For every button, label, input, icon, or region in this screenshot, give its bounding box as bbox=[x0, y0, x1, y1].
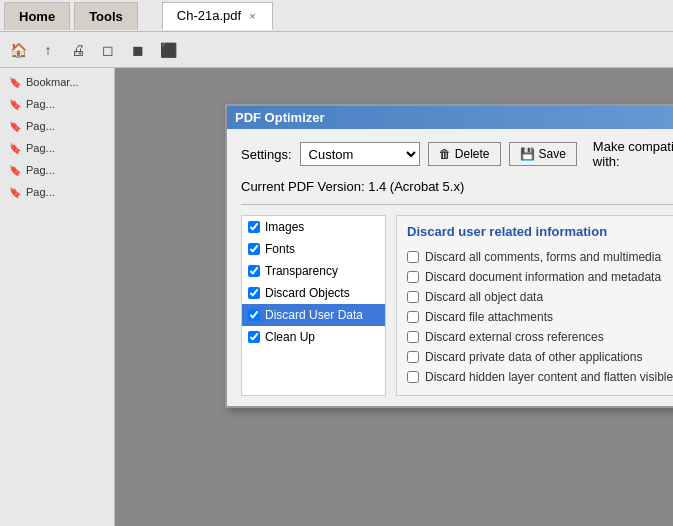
dialog-title: PDF Optimizer bbox=[235, 110, 325, 125]
panel-title: Discard user related information bbox=[407, 224, 673, 239]
toolbar-btn5[interactable]: ◼ bbox=[124, 36, 152, 64]
nav-item-transparency[interactable]: Transparency bbox=[242, 260, 385, 282]
option-label-2: Discard all object data bbox=[425, 290, 543, 304]
tab-file-label: Ch-21a.pdf bbox=[177, 8, 241, 23]
dialog-title-bar: PDF Optimizer bbox=[227, 106, 673, 129]
tab-tools[interactable]: Tools bbox=[74, 2, 138, 30]
option-check-3[interactable] bbox=[407, 311, 419, 323]
sidebar-page1-label: Pag... bbox=[26, 98, 55, 110]
nav-checkbox-discard-objects[interactable] bbox=[248, 287, 260, 299]
settings-label: Settings: bbox=[241, 147, 292, 162]
sidebar-item-bookmarks[interactable]: 🔖 Bookmar... bbox=[2, 72, 112, 92]
nav-item-fonts[interactable]: Fonts bbox=[242, 238, 385, 260]
sidebar-item-page2[interactable]: 🔖 Pag... bbox=[2, 116, 112, 136]
nav-item-cleanup[interactable]: Clean Up bbox=[242, 326, 385, 348]
tab-home[interactable]: Home bbox=[4, 2, 70, 30]
option-row-5: Discard private data of other applicatio… bbox=[407, 347, 673, 367]
option-row-2: Discard all object data bbox=[407, 287, 673, 307]
save-icon: 💾 bbox=[520, 147, 535, 161]
sidebar-item-page1[interactable]: 🔖 Pag... bbox=[2, 94, 112, 114]
option-check-0[interactable] bbox=[407, 251, 419, 263]
tab-close-icon[interactable]: × bbox=[247, 10, 257, 22]
compat-label: Make compatible with: bbox=[593, 139, 673, 169]
nav-checkbox-cleanup[interactable] bbox=[248, 331, 260, 343]
sidebar-page3-label: Pag... bbox=[26, 142, 55, 154]
option-label-0: Discard all comments, forms and multimed… bbox=[425, 250, 661, 264]
option-check-2[interactable] bbox=[407, 291, 419, 303]
sidebar-page4-label: Pag... bbox=[26, 164, 55, 176]
toolbar-print-btn[interactable]: 🖨 bbox=[64, 36, 92, 64]
option-label-1: Discard document information and metadat… bbox=[425, 270, 661, 284]
nav-item-images[interactable]: Images bbox=[242, 216, 385, 238]
settings-select[interactable]: Custom bbox=[300, 142, 420, 166]
nav-list: Images Fonts Transparency Discard O bbox=[241, 215, 386, 396]
option-row-0: Discard all comments, forms and multimed… bbox=[407, 247, 673, 267]
nav-checkbox-images[interactable] bbox=[248, 221, 260, 233]
nav-item-discard-user-data[interactable]: Discard User Data bbox=[242, 304, 385, 326]
sidebar-page2-label: Pag... bbox=[26, 120, 55, 132]
option-row-6: Discard hidden layer content and flatten… bbox=[407, 367, 673, 387]
delete-button[interactable]: 🗑 Delete bbox=[428, 142, 501, 166]
nav-label-transparency: Transparency bbox=[265, 264, 338, 278]
page-icon-4: 🔖 bbox=[8, 163, 22, 177]
version-label: Current PDF Version: 1.4 (Acrobat 5.x) bbox=[241, 179, 464, 194]
option-label-4: Discard external cross references bbox=[425, 330, 604, 344]
nav-label-fonts: Fonts bbox=[265, 242, 295, 256]
right-panel: Discard user related information Discard… bbox=[396, 215, 673, 396]
sidebar-page5-label: Pag... bbox=[26, 186, 55, 198]
delete-label: Delete bbox=[455, 147, 490, 161]
page-icon-5: 🔖 bbox=[8, 185, 22, 199]
option-check-5[interactable] bbox=[407, 351, 419, 363]
version-row: Current PDF Version: 1.4 (Acrobat 5.x) bbox=[241, 179, 673, 194]
option-label-3: Discard file attachments bbox=[425, 310, 553, 324]
toolbar-home-btn[interactable]: 🏠 bbox=[4, 36, 32, 64]
main-layout: 🔖 Bookmar... 🔖 Pag... 🔖 Pag... 🔖 Pag... … bbox=[0, 68, 673, 526]
sidebar-item-page5[interactable]: 🔖 Pag... bbox=[2, 182, 112, 202]
bookmark-icon: 🔖 bbox=[8, 75, 22, 89]
tab-bar: Home Tools Ch-21a.pdf × bbox=[0, 0, 673, 32]
toolbar: 🏠 ↑ 🖨 ◻ ◼ ⬛ bbox=[0, 32, 673, 68]
option-label-5: Discard private data of other applicatio… bbox=[425, 350, 642, 364]
nav-label-cleanup: Clean Up bbox=[265, 330, 315, 344]
nav-item-discard-objects[interactable]: Discard Objects bbox=[242, 282, 385, 304]
option-check-1[interactable] bbox=[407, 271, 419, 283]
option-check-6[interactable] bbox=[407, 371, 419, 383]
settings-row: Settings: Custom 🗑 Delete 💾 Save Make co… bbox=[241, 139, 673, 169]
toolbar-btn4[interactable]: ◻ bbox=[94, 36, 122, 64]
nav-checkbox-fonts[interactable] bbox=[248, 243, 260, 255]
nav-checkbox-discard-user-data[interactable] bbox=[248, 309, 260, 321]
dialog-body: Images Fonts Transparency Discard O bbox=[241, 204, 673, 396]
sidebar-item-page3[interactable]: 🔖 Pag... bbox=[2, 138, 112, 158]
dialog-content: Settings: Custom 🗑 Delete 💾 Save Make co… bbox=[227, 129, 673, 406]
sidebar-bookmarks-label: Bookmar... bbox=[26, 76, 79, 88]
save-button[interactable]: 💾 Save bbox=[509, 142, 577, 166]
nav-label-discard-objects: Discard Objects bbox=[265, 286, 350, 300]
sidebar-item-page4[interactable]: 🔖 Pag... bbox=[2, 160, 112, 180]
toolbar-upload-btn[interactable]: ↑ bbox=[34, 36, 62, 64]
pdf-optimizer-dialog: PDF Optimizer Settings: Custom 🗑 Delete … bbox=[225, 104, 673, 408]
option-label-6: Discard hidden layer content and flatten… bbox=[425, 370, 673, 384]
delete-icon: 🗑 bbox=[439, 147, 451, 161]
toolbar-btn6[interactable]: ⬛ bbox=[154, 36, 182, 64]
page-icon-1: 🔖 bbox=[8, 97, 22, 111]
tab-file[interactable]: Ch-21a.pdf × bbox=[162, 2, 273, 30]
page-icon-3: 🔖 bbox=[8, 141, 22, 155]
option-row-1: Discard document information and metadat… bbox=[407, 267, 673, 287]
option-row-4: Discard external cross references bbox=[407, 327, 673, 347]
left-sidebar: 🔖 Bookmar... 🔖 Pag... 🔖 Pag... 🔖 Pag... … bbox=[0, 68, 115, 526]
save-label: Save bbox=[539, 147, 566, 161]
option-row-3: Discard file attachments bbox=[407, 307, 673, 327]
nav-label-discard-user-data: Discard User Data bbox=[265, 308, 363, 322]
nav-checkbox-transparency[interactable] bbox=[248, 265, 260, 277]
option-check-4[interactable] bbox=[407, 331, 419, 343]
page-icon-2: 🔖 bbox=[8, 119, 22, 133]
nav-label-images: Images bbox=[265, 220, 304, 234]
